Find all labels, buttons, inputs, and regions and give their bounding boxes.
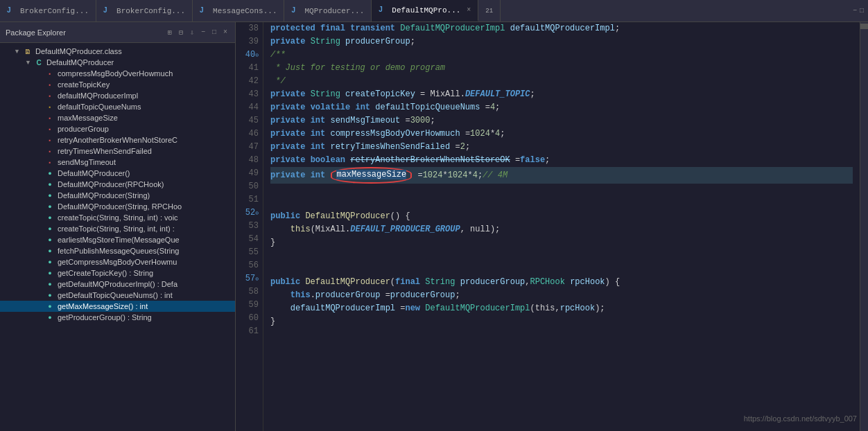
scroll-thumb[interactable] [860,24,868,29]
sc49: ; [478,169,483,182]
tree-label-m3: DefaultMQProducer(String) [58,191,150,200]
tree-item-m13[interactable]: ● getMaxMessageSize() : int [0,301,235,312]
ln-51: 51 [240,193,259,206]
eq46: = [465,127,470,141]
code-line-51 [270,197,853,210]
tree-item-f1[interactable]: ▪ compressMsgBodyOverHowmuch [0,68,235,79]
method-icon-m14: ● [44,313,55,322]
tree-label-m11: getDefaultMQProducerImpl() : Defa [58,280,177,288]
tree-item-f8[interactable]: ▪ retryTimesWhenSendFailed [0,146,235,157]
tab-defaultmqpro[interactable]: J DefaultMQPro... × [372,0,478,21]
ln-39: 39 [240,35,259,49]
oval-maxmessagesize: maxMessageSize [331,167,412,184]
line-numbers: 38 39 40⊙ 41 42 43 44 45 46 47 48 49 50 … [236,22,263,431]
tree-label-m12: getDefaultTopicQueueNums() : int [58,291,173,299]
tab-label-brokercfg2: BrokerConfig... [116,7,185,15]
tree-item-m4[interactable]: ● DefaultMQProducer(String, RPCHoo [0,201,235,212]
tree-item-m1[interactable]: ● DefaultMQProducer() [0,168,235,179]
tab-label-defaultmqpro: DefaultMQPro... [392,6,460,15]
right-scrollbar[interactable] [860,22,868,431]
tab-brokercfg1[interactable]: J BrokerConfig... [0,0,96,21]
kw-int49: int [311,169,326,182]
tree-arrow-class: ▼ [25,59,33,66]
tree-item-m10[interactable]: ● getCreateTopicKey() : String [0,267,235,279]
paren52: () { [390,210,410,223]
comment-42: */ [270,75,286,88]
panel-maximize-btn[interactable]: □ [210,28,218,37]
tree-item-m3[interactable]: ● DefaultMQProducer(String) [0,190,235,201]
code-editor[interactable]: protected final transient DefaultMQProdu… [263,22,860,431]
panel-icon2[interactable]: ⊟ [177,28,185,37]
tree-item-f6[interactable]: ▪ producerGroup [0,123,235,134]
type-string39: String [311,35,340,49]
kw-volatile: volatile [311,101,351,114]
tree-arrow-root: ▼ [14,48,22,55]
tree-item-m9[interactable]: ● getCompressMsgBodyOverHowmu [0,256,235,267]
code-line-41: * Just for testing or demo program [270,62,853,75]
kw-private39: private [270,35,305,49]
dot58: . [311,289,315,302]
kw-public57: public [270,276,300,289]
tree-label-root: DefaultMQProducer.class [35,47,122,55]
brace54: } [270,236,275,249]
tree-item-f4[interactable]: ▪ defaultTopicQueueNums [0,101,235,112]
comment-41: * Just for testing or demo program [270,62,445,75]
tree-item-root[interactable]: ▼ 🗎 DefaultMQProducer.class [0,46,235,57]
ln-49: 49 [240,167,259,180]
comment-40: /** [270,49,286,62]
eq47: = [455,141,460,154]
sc39: ; [410,35,415,49]
tree-label-m4: DefaultMQProducer(String, RPCHoo [58,202,182,211]
num-4: 4 [490,101,495,114]
code-line-38: protected final transient DefaultMQProdu… [270,22,853,35]
tab-close-defaultmqpro[interactable]: × [467,6,471,14]
field-icon-f2: ▪ [44,80,55,89]
editor-minimize-btn[interactable]: − [853,7,857,15]
sc44: ; [495,101,500,114]
ln-42: 42 [240,75,259,88]
tree-item-f5[interactable]: ▪ maxMessageSize [0,112,235,123]
panel-icon1[interactable]: ⊞ [166,28,174,37]
ta-m8 [36,247,44,254]
tree-item-m5[interactable]: ● createTopic(String, String, int) : voi… [0,212,235,223]
tab-badge[interactable]: 21 [478,0,501,21]
times49b: * [468,169,473,182]
semicolon38: ; [615,22,620,35]
panel-minimize-btn[interactable]: − [199,28,207,37]
panel-title: Package Explorer [6,28,66,37]
field-sendmsgtimeout: sendMsgTimeout [330,114,400,127]
panel-close-btn[interactable]: × [221,28,229,37]
code-line-44: private volatile int defaultTopicQueueNu… [270,101,853,114]
param-rpchook59: rpcHook [560,302,595,315]
tree-item-m12[interactable]: ● getDefaultTopicQueueNums() : int [0,290,235,301]
method-this53: this [290,223,311,236]
tree-item-class[interactable]: ▼ C DefaultMQProducer [0,57,235,68]
method-icon-m7: ● [44,235,55,245]
tab-badge-label: 21 [485,8,493,15]
field-icon-f4: ▪ [44,102,55,112]
tree-item-m7[interactable]: ● earliestMsgStoreTime(MessageQue [0,234,235,245]
package-tree[interactable]: ▼ 🗎 DefaultMQProducer.class ▼ C DefaultM… [0,43,235,431]
code-line-54: } [270,236,853,249]
tree-item-m14[interactable]: ● getProducerGroup() : String [0,312,235,323]
tree-item-m2[interactable]: ● DefaultMQProducer(RPCHook) [0,179,235,190]
ta-m9 [36,258,44,265]
tree-item-f3[interactable]: ▪ defaultMQProducerImpl [0,90,235,101]
method-icon-m8: ● [44,246,55,256]
tree-item-m6[interactable]: ● createTopic(String, String, int, int) … [0,223,235,234]
tree-item-f2[interactable]: ▪ createTopicKey [0,79,235,90]
tab-msgcons[interactable]: J MessageCons... [193,0,284,21]
tree-item-m11[interactable]: ● getDefaultMQProducerImpl() : Defa [0,279,235,290]
tree-item-m8[interactable]: ● fetchPublishMessageQueues(String [0,245,235,256]
eq44: = [485,101,490,114]
tree-item-f9[interactable]: ▪ sendMsgTimeout [0,157,235,168]
tree-item-f7[interactable]: ▪ retryAnotherBrokerWhenNotStoreC [0,134,235,146]
tab-brokercfg2[interactable]: J BrokerConfig... [96,0,193,21]
tree-label-m7: earliestMsgStoreTime(MessageQue [58,236,180,244]
tab-mqprod[interactable]: J MQProducer... [284,0,372,21]
editor-maximize-btn[interactable]: □ [860,7,864,15]
ln-55: 55 [240,246,259,259]
panel-icon3[interactable]: ⇩ [188,28,196,37]
kw-boolean: boolean [311,154,345,167]
eq45: = [405,114,410,127]
